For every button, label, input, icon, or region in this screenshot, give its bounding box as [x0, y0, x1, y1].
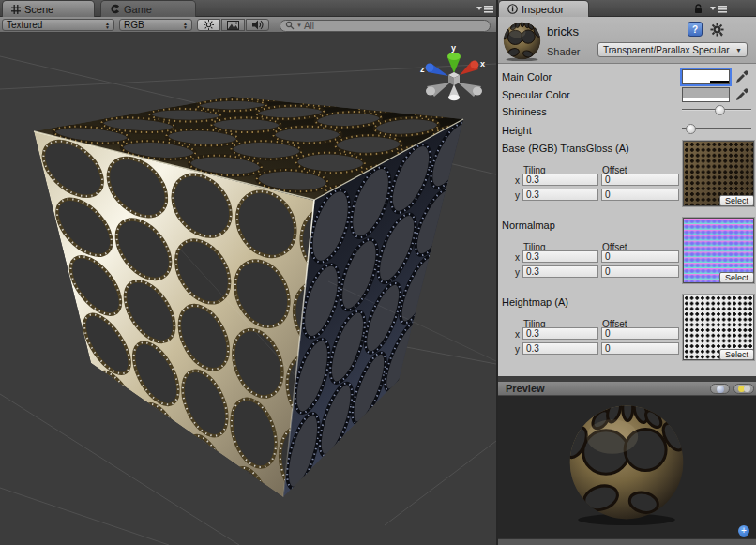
scene-viewport[interactable]: y z x: [0, 33, 496, 545]
shader-dropdown[interactable]: Transparent/Parallax Specular ▼: [597, 42, 748, 57]
scene-toolbar: Textured ▲▼ RGB ▲▼: [0, 17, 496, 33]
dropdown-arrows-icon: ▲▼: [179, 22, 188, 29]
texture-section-title: Normalmap: [502, 220, 555, 231]
search-placeholder: All: [304, 21, 314, 31]
preview-sphere[interactable]: [498, 396, 756, 538]
shader-value: Transparent/Parallax Specular: [603, 45, 730, 55]
select-texture-button[interactable]: Select: [719, 349, 754, 360]
shininess-slider[interactable]: [682, 104, 751, 115]
chevron-down-icon: ▼: [735, 47, 742, 53]
speaker-icon: [252, 20, 264, 30]
x-row-label: x: [515, 252, 520, 263]
skybox-fx-toggle-button[interactable]: [221, 19, 245, 31]
inspector-bottom-strip: [498, 538, 756, 545]
tab-inspector[interactable]: Inspector: [499, 1, 588, 17]
slider-thumb[interactable]: [686, 124, 696, 134]
shininess-label: Shininess: [502, 106, 547, 117]
material-name: bricks: [547, 24, 579, 38]
select-texture-button[interactable]: Select: [719, 195, 754, 206]
shader-label: Shader: [547, 46, 580, 57]
inspector-tabbar: Inspector: [498, 0, 756, 17]
scene-orientation-gizmo[interactable]: y z x: [420, 43, 485, 100]
main-color-alpha-fill: [683, 81, 710, 83]
lighting-toggle-button[interactable]: [197, 19, 220, 31]
tiling-y-field[interactable]: 0.3: [522, 189, 598, 201]
gear-menu-button[interactable]: [710, 22, 731, 37]
tiling-y-field[interactable]: 0.3: [522, 342, 598, 355]
inspector-menu-icon[interactable]: [710, 6, 727, 13]
offset-y-field[interactable]: 0: [601, 189, 679, 201]
render-mode-dropdown[interactable]: Textured ▲▼: [2, 19, 114, 31]
color-mode-dropdown[interactable]: RGB ▲▼: [119, 19, 192, 31]
gear-icon: [710, 23, 724, 37]
search-icon: [285, 21, 295, 30]
preview-shape-button[interactable]: [710, 384, 730, 394]
texture-section-title: Base (RGB) TransGloss (A): [502, 143, 629, 154]
render-mode-value: Textured: [7, 20, 42, 30]
y-row-label: y: [515, 190, 520, 201]
tab-scene-label: Scene: [24, 4, 53, 15]
preview-area[interactable]: +: [498, 396, 756, 538]
scene-grid-icon: [11, 5, 21, 14]
tiling-x-field[interactable]: 0.3: [522, 327, 598, 340]
game-icon: [110, 4, 120, 14]
height-slider[interactable]: [682, 123, 751, 134]
info-icon: [507, 4, 518, 14]
audio-toggle-button[interactable]: [246, 19, 269, 31]
tab-scene[interactable]: Scene: [3, 1, 94, 17]
scene-search-input[interactable]: ▼ All: [280, 20, 491, 32]
help-button[interactable]: ?: [688, 22, 703, 37]
tab-game-label: Game: [124, 4, 152, 15]
add-preview-button[interactable]: +: [738, 525, 749, 537]
main-color-label: Main Color: [502, 71, 552, 83]
tab-game[interactable]: Game: [101, 1, 195, 17]
offset-x-field[interactable]: 0: [601, 327, 679, 340]
inspector-panel: Inspector bricks Shader Transparent/Para…: [498, 0, 756, 545]
offset-x-field[interactable]: 0: [601, 250, 679, 263]
y-row-label: y: [515, 344, 520, 355]
sphere-icon: [717, 386, 724, 393]
tiling-x-field[interactable]: 0.3: [522, 174, 598, 186]
specular-color-swatch[interactable]: [682, 87, 730, 102]
texture-section-title: Heightmap (A): [502, 296, 568, 308]
x-row-label: x: [515, 329, 520, 340]
color-mode-value: RGB: [124, 20, 144, 30]
preview-title: Preview: [506, 383, 545, 394]
lock-icon[interactable]: [693, 4, 703, 14]
search-filter-caret-icon[interactable]: ▼: [296, 23, 302, 28]
eyedropper-icon[interactable]: [734, 69, 749, 84]
svg-text:x: x: [480, 59, 485, 68]
svg-text:z: z: [420, 65, 425, 74]
light-off-icon: [744, 386, 750, 392]
svg-text:y: y: [451, 43, 456, 53]
eyedropper-icon[interactable]: [734, 87, 749, 102]
sun-icon: [204, 20, 214, 30]
dropdown-arrows-icon: ▲▼: [101, 22, 110, 29]
select-texture-button[interactable]: Select: [719, 272, 754, 283]
tiling-x-field[interactable]: 0.3: [522, 250, 598, 263]
offset-y-field[interactable]: 0: [601, 265, 679, 278]
tiling-y-field[interactable]: 0.3: [522, 265, 598, 278]
image-icon: [227, 21, 239, 30]
textured-cube[interactable]: [0, 47, 496, 545]
preview-lighting-button[interactable]: [733, 384, 754, 394]
offset-y-field[interactable]: 0: [601, 342, 679, 355]
x-row-label: x: [515, 175, 520, 186]
main-color-swatch[interactable]: [682, 69, 730, 84]
height-label: Height: [502, 125, 532, 136]
scene-tabbar: Scene Game: [0, 0, 496, 17]
tab-inspector-label: Inspector: [522, 4, 564, 15]
scene-panel-menu-icon[interactable]: [476, 6, 493, 13]
specular-color-label: Specular Color: [502, 89, 570, 100]
material-preview-icon: [502, 21, 542, 61]
preview-header[interactable]: Preview: [498, 382, 756, 396]
specular-color-alpha-fill: [683, 98, 729, 101]
y-row-label: y: [515, 267, 520, 278]
material-header: bricks Shader Transparent/Parallax Specu…: [498, 17, 756, 64]
offset-x-field[interactable]: 0: [601, 174, 679, 186]
slider-thumb[interactable]: [715, 105, 725, 115]
